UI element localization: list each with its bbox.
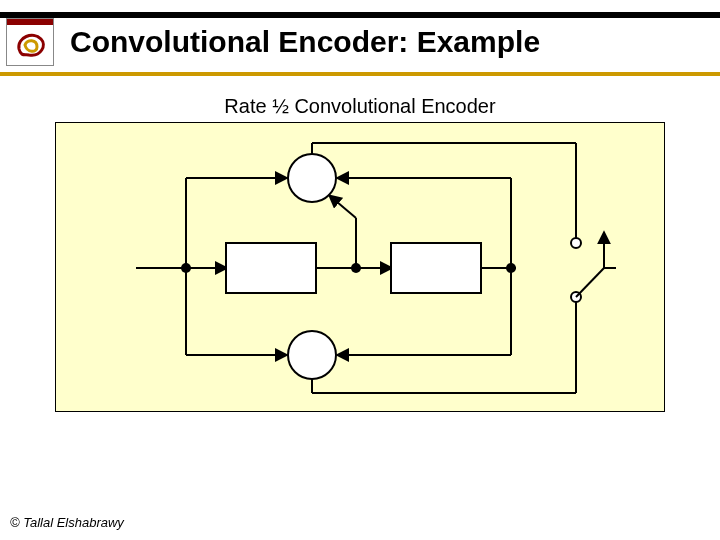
xor-adder-top — [288, 154, 336, 202]
slide: Convolutional Encoder: Example Rate ½ Co… — [0, 0, 720, 540]
svg-line-7 — [330, 196, 356, 218]
title-underline — [0, 72, 720, 76]
encoder-svg — [56, 123, 666, 413]
svg-rect-0 — [7, 19, 53, 25]
logo-swirl-icon — [7, 19, 53, 65]
copyright-footer: © Tallal Elshabrawy — [10, 515, 124, 530]
logo-box — [6, 18, 54, 66]
slide-title: Convolutional Encoder: Example — [70, 25, 710, 59]
shift-register-1 — [226, 243, 316, 293]
slide-subtitle: Rate ½ Convolutional Encoder — [0, 95, 720, 118]
switch-terminal-top — [571, 238, 581, 248]
top-black-bar — [0, 12, 720, 18]
shift-register-2 — [391, 243, 481, 293]
xor-adder-bottom — [288, 331, 336, 379]
switch-arm — [576, 268, 604, 297]
encoder-diagram — [55, 122, 665, 412]
